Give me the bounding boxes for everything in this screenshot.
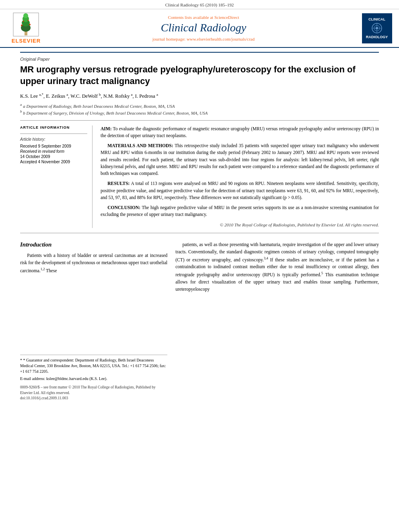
journal-header-center: Contents lists available at ScienceDirec… [48, 12, 359, 44]
doi-text: doi:10.1016/j.crad.2009.11.003 [20, 396, 167, 401]
received-date: Received 9 September 2009 [20, 144, 87, 148]
conclusion-text: The high negative predictive value of MR… [101, 205, 379, 217]
email-text: E-mail address: kslee@bldmc.harvard.edu … [20, 376, 107, 381]
methods-label: MATERIALS AND METHODS: [107, 143, 173, 148]
email-footnote: E-mail address: kslee@bldmc.harvard.edu … [20, 376, 167, 382]
elsevier-logo-area: ELSEVIER [4, 12, 48, 44]
right-para1: patients, as well as those presenting wi… [175, 241, 379, 293]
abstract-results: RESULTS: A total of 113 regions were ana… [101, 180, 379, 201]
svg-point-8 [28, 20, 29, 21]
journal-logo-icon [369, 22, 385, 34]
affiliation-a: a a Department of Radiology, Beth Israel… [20, 103, 379, 109]
science-direct-name[interactable]: ScienceDirect [214, 15, 239, 20]
article-title: MR urography versus retrograde pyelograp… [20, 64, 379, 87]
svg-point-7 [23, 21, 24, 22]
affiliation-b: b b Department of Surgery, Division of U… [20, 109, 379, 115]
abstract-text: AIM: To evaluate the diagnostic performa… [101, 125, 379, 228]
footnote-star: * [20, 358, 23, 362]
authors-line: K.S. Lee a,*, E. Zeikus a, W.C. DeWolf b… [20, 92, 379, 99]
revised-date: 14 October 2009 [20, 154, 87, 159]
top-divider [20, 52, 379, 53]
elsevier-name: ELSEVIER [12, 38, 41, 44]
section-label: Original Paper [20, 57, 379, 62]
contents-text: Contents lists available at [168, 15, 213, 20]
results-label: RESULTS: [107, 181, 130, 186]
issn-text: 0009-9260/$ – see front matter © 2010 Th… [20, 385, 167, 396]
aim-text: To evaluate the diagnostic performance o… [101, 126, 379, 138]
journal-logo-box: CLINICAL RADIOLOGY [362, 13, 392, 43]
intro-left-text: Patients with a history of bladder or ur… [20, 252, 167, 274]
conclusion-label: CONCLUSION: [107, 205, 140, 210]
issn-footnote: 0009-9260/$ – see front matter © 2010 Th… [20, 385, 167, 401]
abstract-methods: MATERIALS AND METHODS: This retrospectiv… [101, 142, 379, 177]
ref-1-2: 1,2 [41, 267, 45, 271]
journal-logo-area: CLINICAL RADIOLOGY [359, 12, 395, 44]
article-history-label: Article history: [20, 137, 87, 142]
guarantor-footnote: * * Guarantor and correspondent: Departm… [20, 357, 167, 374]
abstract-right: AIM: To evaluate the diagnostic performa… [101, 125, 379, 228]
col-right: patients, as well as those presenting wi… [175, 241, 379, 401]
results-text: A total of 113 regions were analysed on … [101, 181, 379, 200]
elsevier-tree-icon [13, 12, 39, 37]
page-wrapper: Clinical Radiology 65 (2010) 185–192 [0, 0, 399, 532]
homepage-text: journal homepage: [152, 37, 187, 41]
abstract-section: ARTICLE INFORMATION Article history: Rec… [20, 125, 379, 228]
abstract-aim: AIM: To evaluate the diagnostic performa… [101, 125, 379, 140]
homepage-url[interactable]: www.elsevierhealth.com/journals/crad [187, 37, 255, 41]
svg-point-5 [21, 25, 23, 26]
accepted-date: Accepted 4 November 2009 [20, 160, 87, 164]
ref-3-4: 3,4 [264, 256, 268, 260]
main-content: Introduction Patients with a history of … [20, 241, 379, 401]
footnote-area: * * Guarantor and correspondent: Departm… [20, 355, 167, 401]
abstract-conclusion: CONCLUSION: The high negative predictive… [101, 204, 379, 218]
authors-text: K.S. Lee a,*, E. Zeikus a, W.C. DeWolf b… [20, 93, 158, 99]
article-info-panel: ARTICLE INFORMATION Article history: Rec… [20, 125, 93, 228]
copyright-line: © 2010 The Royal College of Radiologists… [101, 222, 379, 228]
intro-para1: Patients with a history of bladder or ur… [20, 252, 167, 274]
journal-title: Clinical Radiology [161, 21, 246, 34]
elsevier-logo: ELSEVIER [12, 12, 41, 44]
guarantor-text: * Guarantor and correspondent: Departmen… [20, 358, 166, 374]
intro-right-text: patients, as well as those presenting wi… [175, 241, 379, 293]
article-body: Original Paper MR urography versus retro… [0, 48, 399, 409]
mid-divider [20, 120, 379, 121]
svg-point-6 [29, 24, 31, 25]
article-info-title: ARTICLE INFORMATION [20, 125, 87, 129]
intro-para1-end: These [45, 268, 57, 273]
logo-clinical: CLINICAL [368, 17, 385, 21]
svg-point-4 [23, 13, 28, 18]
aim-label: AIM: [101, 126, 111, 131]
science-direct-link: Contents lists available at ScienceDirec… [168, 15, 239, 20]
revised-label: Received in revised form [20, 149, 87, 154]
col-left: Introduction Patients with a history of … [20, 241, 167, 401]
methods-text: This retrospective study included 35 pat… [101, 143, 379, 176]
two-col-layout: Introduction Patients with a history of … [20, 241, 379, 401]
citation-bar: Clinical Radiology 65 (2010) 185–192 [0, 0, 399, 9]
citation-text: Clinical Radiology 65 (2010) 185–192 [165, 2, 234, 7]
info-divider [20, 134, 87, 134]
bottom-abstract-divider [20, 233, 379, 233]
footnote-section: * * Guarantor and correspondent: Departm… [20, 355, 167, 382]
journal-header: ELSEVIER Contents lists available at Sci… [0, 9, 399, 48]
intro-heading: Introduction [20, 241, 167, 248]
homepage-link: journal homepage: www.elsevierhealth.com… [152, 37, 255, 41]
logo-radiology: RADIOLOGY [366, 35, 388, 39]
